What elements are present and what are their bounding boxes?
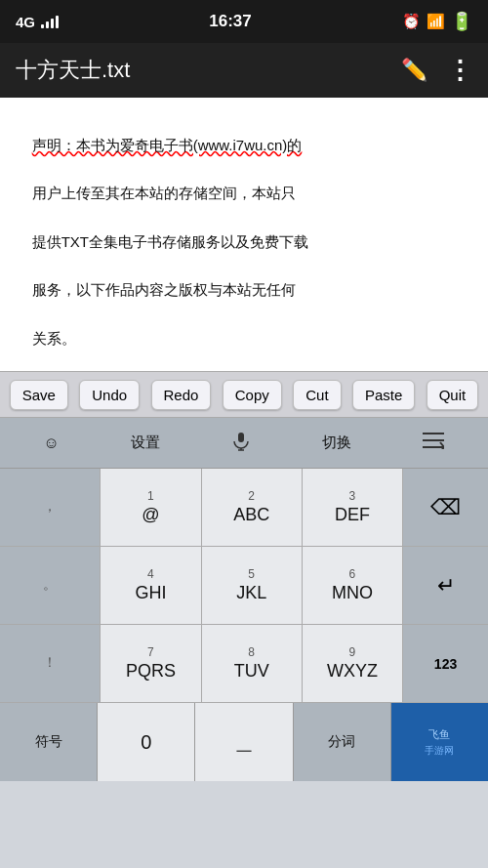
key-comma[interactable]: ， xyxy=(0,469,101,546)
key-1-label: @ xyxy=(142,505,159,525)
keyboard-top-row: ☺ 设置 切换 xyxy=(0,418,488,469)
space-label: ＿ xyxy=(233,727,255,757)
fish-button[interactable]: 飞鱼 手游网 xyxy=(391,703,488,781)
backspace-button[interactable]: ⌫ xyxy=(403,469,488,546)
disclaimer-text-2: 用户上传至其在本站的存储空间，本站只 xyxy=(32,185,296,201)
key-9-label: WXYZ xyxy=(327,661,378,682)
space-button[interactable]: ＿ xyxy=(195,703,293,781)
edit-icon[interactable]: ✏️ xyxy=(401,58,427,83)
key-row-2: 。 4 GHI 5 JKL 6 MNO ↵ xyxy=(0,547,488,625)
key-2-abc[interactable]: 2 ABC xyxy=(202,469,303,546)
wifi-icon: 📶 xyxy=(427,13,445,30)
key-5-number: 5 xyxy=(248,567,255,581)
key-2-number: 2 xyxy=(248,489,255,503)
key-3-def[interactable]: 3 DEF xyxy=(303,469,403,546)
key-5-jkl[interactable]: 5 JKL xyxy=(202,547,303,624)
keyboard-container: ☺ 设置 切换 ， 1 xyxy=(0,418,488,868)
signal-bars xyxy=(41,15,59,28)
time-display: 16:37 xyxy=(209,12,251,31)
content-area[interactable]: 声明：本书为爱奇电子书(www.i7wu.cn)的 用户上传至其在本站的存储空间… xyxy=(0,98,488,371)
title-bar: 十方天士.txt ✏️ ⋮ xyxy=(0,43,488,98)
switch-button[interactable]: 切换 xyxy=(310,426,363,460)
menu-button[interactable] xyxy=(411,424,456,462)
signal-bar-2 xyxy=(46,21,49,28)
paste-button[interactable]: Paste xyxy=(352,380,415,410)
undo-button[interactable]: Undo xyxy=(79,380,140,410)
key-period[interactable]: 。 xyxy=(0,547,101,624)
key-9-wxyz[interactable]: 9 WXYZ xyxy=(303,625,403,702)
key-7-label: PQRS xyxy=(126,661,176,682)
key-comma-symbol: ， xyxy=(43,498,57,516)
document-content: 声明：本书为爱奇电子书(www.i7wu.cn)的 用户上传至其在本站的存储空间… xyxy=(16,109,472,371)
enter-icon: ↵ xyxy=(437,573,455,599)
key-1-number: 1 xyxy=(147,489,154,503)
fish-sublabel: 手游网 xyxy=(425,744,454,758)
edit-toolbar: Save Undo Redo Copy Cut Paste Quit xyxy=(0,371,488,418)
keyboard-rows: ， 1 @ 2 ABC 3 DEF ⌫ 。 4 xyxy=(0,469,488,781)
zero-button[interactable]: 0 xyxy=(98,703,195,781)
backspace-icon: ⌫ xyxy=(430,495,461,520)
symbol-button[interactable]: 符号 xyxy=(0,703,98,781)
emoji-button[interactable]: ☺ xyxy=(32,427,71,460)
key-period-symbol: 。 xyxy=(43,576,57,594)
disclaimer-text-5: 关系。 xyxy=(32,330,76,347)
document-title: 十方天士.txt xyxy=(16,56,130,85)
quit-button[interactable]: Quit xyxy=(427,380,479,410)
more-icon[interactable]: ⋮ xyxy=(447,56,472,86)
split-label: 分词 xyxy=(328,733,355,751)
svg-rect-0 xyxy=(238,433,244,442)
key-6-mno[interactable]: 6 MNO xyxy=(303,547,403,624)
key-7-pqrs[interactable]: 7 PQRS xyxy=(101,625,201,702)
key-1-at[interactable]: 1 @ xyxy=(101,469,201,546)
key-3-label: DEF xyxy=(335,505,370,525)
key-5-label: JKL xyxy=(236,583,266,603)
key-4-label: GHI xyxy=(135,583,166,603)
status-right: ⏰ 📶 🔋 xyxy=(402,11,472,32)
key-6-number: 6 xyxy=(349,567,356,581)
key-3-number: 3 xyxy=(349,489,356,503)
key-row-1: ， 1 @ 2 ABC 3 DEF ⌫ xyxy=(0,469,488,547)
status-left: 4G xyxy=(16,14,59,30)
cut-button[interactable]: Cut xyxy=(293,380,341,410)
key-4-ghi[interactable]: 4 GHI xyxy=(101,547,201,624)
key-7-number: 7 xyxy=(147,645,154,659)
save-button[interactable]: Save xyxy=(10,380,68,410)
key-9-number: 9 xyxy=(349,645,356,659)
key-6-label: MNO xyxy=(332,583,373,603)
signal-bar-3 xyxy=(51,19,54,28)
enter-button[interactable]: ↵ xyxy=(403,547,488,624)
fish-icon: 飞鱼 xyxy=(428,727,450,742)
split-button[interactable]: 分词 xyxy=(294,703,391,781)
symbol-label: 符号 xyxy=(35,733,62,751)
key-4-number: 4 xyxy=(147,567,154,581)
signal-bar-1 xyxy=(41,24,44,28)
clock-icon: ⏰ xyxy=(402,13,421,30)
copy-button[interactable]: Copy xyxy=(223,380,282,410)
key-exclaim[interactable]: ！ xyxy=(0,625,101,702)
status-bar: 4G 16:37 ⏰ 📶 🔋 xyxy=(0,0,488,43)
carrier-label: 4G xyxy=(16,14,35,30)
disclaimer-text: 声明：本书为爱奇电子书(www.i7wu.cn)的 xyxy=(32,137,303,153)
mic-button[interactable] xyxy=(220,424,263,463)
key-8-number: 8 xyxy=(248,645,255,659)
signal-bar-4 xyxy=(56,16,59,28)
key-2-label: ABC xyxy=(233,505,269,525)
numpad-button[interactable]: 123 xyxy=(403,625,488,702)
numpad-label: 123 xyxy=(434,656,457,672)
key-8-tuv[interactable]: 8 TUV xyxy=(202,625,303,702)
disclaimer-text-3: 提供TXT全集电子书存储服务以及免费下载 xyxy=(32,233,308,250)
key-exclaim-symbol: ！ xyxy=(43,654,57,672)
settings-button[interactable]: 设置 xyxy=(119,426,172,460)
key-8-label: TUV xyxy=(234,661,269,682)
redo-button[interactable]: Redo xyxy=(151,380,212,410)
zero-label: 0 xyxy=(141,731,151,754)
key-row-bottom: 符号 0 ＿ 分词 飞鱼 手游网 xyxy=(0,703,488,781)
key-row-3: ！ 7 PQRS 8 TUV 9 WXYZ 123 xyxy=(0,625,488,703)
disclaimer-text-4: 服务，以下作品内容之版权与本站无任何 xyxy=(32,281,296,298)
title-bar-icons: ✏️ ⋮ xyxy=(401,56,472,86)
battery-icon: 🔋 xyxy=(451,11,472,32)
